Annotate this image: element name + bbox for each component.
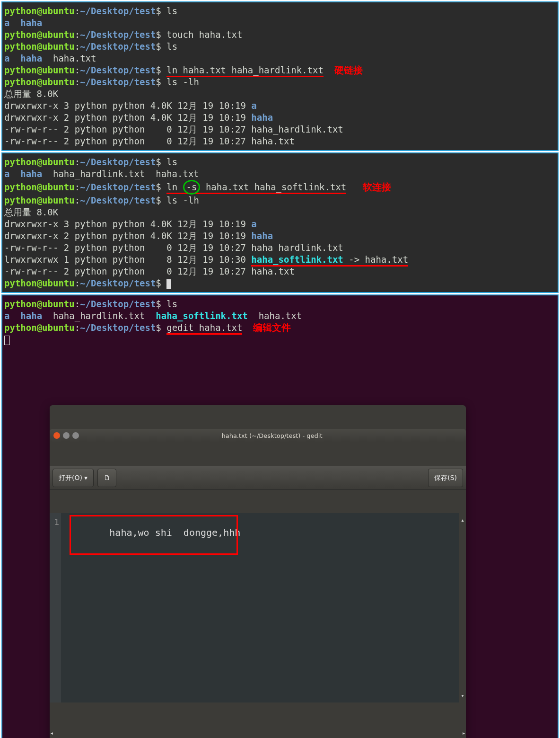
- scroll-right-icon[interactable]: ▸: [463, 726, 465, 733]
- terminal-output[interactable]: python@ubuntu:~/Desktop/test$ ls a haha …: [2, 295, 558, 348]
- terminal-panel-1: python@ubuntu:~/Desktop/test$ ls a haha …: [1, 1, 559, 151]
- gedit-toolbar: 打开(O)▾ 🗋 保存(S): [50, 466, 466, 489]
- cmd: ls -lh: [166, 77, 199, 87]
- file-text: haha,wo shi dongge,hhh: [109, 527, 240, 538]
- prompt-user: python@ubuntu: [4, 6, 75, 16]
- option-s-circle: -s: [183, 180, 201, 195]
- scroll-down-icon[interactable]: ▾: [461, 689, 464, 702]
- terminal-output[interactable]: python@ubuntu:~/Desktop/test$ ls a haha …: [2, 153, 558, 292]
- cmd-softlink: ln -s haha.txt haha_softlink.txt: [166, 182, 346, 194]
- new-tab-button[interactable]: 🗋: [97, 469, 116, 487]
- cursor: [166, 279, 171, 289]
- scroll-up-icon[interactable]: ▴: [461, 513, 464, 527]
- gedit-window: haha.txt (~/Desktop/test) - gedit 打开(O)▾…: [50, 405, 466, 738]
- ls-output: a haha: [4, 18, 42, 28]
- editor-content[interactable]: haha,wo shi dongge,hhh: [61, 513, 459, 702]
- gedit-titlebar[interactable]: haha.txt (~/Desktop/test) - gedit: [50, 429, 466, 442]
- terminal-output[interactable]: python@ubuntu:~/Desktop/test$ ls a haha …: [2, 2, 558, 150]
- annotation-hardlink: 硬链接: [334, 65, 363, 75]
- prompt-path: ~/Desktop/test: [80, 6, 156, 16]
- open-button[interactable]: 打开(O)▾: [52, 469, 94, 487]
- line-gutter: 1: [50, 513, 61, 702]
- minimize-icon[interactable]: [63, 432, 70, 439]
- terminal-panel-2: python@ubuntu:~/Desktop/test$ ls a haha …: [1, 152, 559, 293]
- cmd: ls: [166, 6, 177, 16]
- cmd: ls: [166, 299, 177, 309]
- cmd: ls: [166, 157, 177, 167]
- close-icon[interactable]: [53, 432, 60, 439]
- new-doc-icon: 🗋: [104, 472, 110, 484]
- cmd: ls -lh: [166, 195, 199, 205]
- save-button[interactable]: 保存(S): [428, 469, 463, 487]
- softlink-name: haha_softlink.txt: [251, 254, 343, 267]
- cmd: ls: [166, 41, 177, 52]
- maximize-icon[interactable]: [72, 432, 79, 439]
- cmd-gedit: gedit haha.txt: [166, 322, 242, 335]
- cursor: [4, 336, 10, 345]
- vertical-scrollbar[interactable]: ▴ ▾: [459, 513, 466, 702]
- cmd-hardlink: ln haha.txt haha_hardlink.txt: [166, 65, 324, 77]
- cmd: touch haha.txt: [166, 29, 242, 40]
- terminal-panel-3: python@ubuntu:~/Desktop/test$ ls a haha …: [1, 294, 559, 738]
- chevron-down-icon: ▾: [84, 472, 88, 484]
- annotation-softlink: 软连接: [363, 182, 391, 192]
- gedit-editor[interactable]: 1 haha,wo shi dongge,hhh ▴ ▾: [50, 513, 466, 702]
- scroll-left-icon[interactable]: ◂: [51, 726, 53, 733]
- annotation-edit: 编辑文件: [253, 322, 291, 333]
- gedit-title: haha.txt (~/Desktop/test) - gedit: [82, 430, 462, 442]
